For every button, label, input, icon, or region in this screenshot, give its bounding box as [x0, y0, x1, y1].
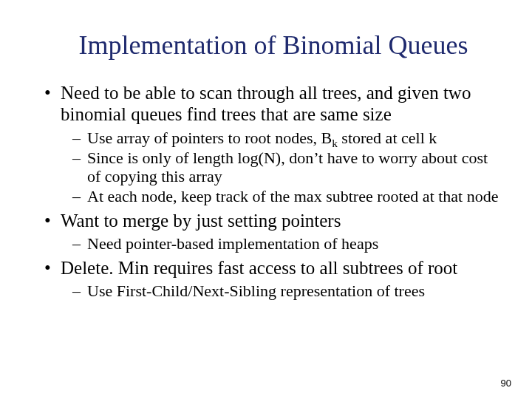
bullet-text: Need to be able to scan through all tree…: [61, 83, 471, 124]
sub-item: Use array of pointers to root nodes, Bk …: [72, 129, 502, 147]
bullet-item: Want to merge by just setting pointers N…: [44, 211, 502, 253]
sub-item: Need pointer-based implementation of hea…: [72, 234, 502, 253]
bullet-list: Need to be able to scan through all tree…: [44, 83, 502, 301]
sub-text-suffix: stored at cell k: [338, 129, 437, 147]
sub-text: At each node, keep track of the max subt…: [87, 187, 499, 205]
bullet-item: Delete. Min requires fast access to all …: [44, 258, 502, 301]
slide-title: Implementation of Binomial Queues: [44, 30, 502, 61]
sub-list: Use First-Child/Next-Sibling representat…: [61, 282, 502, 300]
sub-list: Use array of pointers to root nodes, Bk …: [61, 129, 502, 206]
sub-item: Since is only of length log(N), don’t ha…: [72, 149, 502, 186]
page-number: 90: [501, 378, 511, 389]
sub-text: Since is only of length log(N), don’t ha…: [87, 149, 488, 185]
sub-text: Use array of pointers to root nodes, B: [87, 129, 332, 147]
subscript: k: [332, 137, 338, 149]
bullet-text: Delete. Min requires fast access to all …: [61, 258, 457, 278]
sub-item: Use First-Child/Next-Sibling representat…: [72, 282, 502, 300]
bullet-text: Want to merge by just setting pointers: [61, 211, 341, 231]
slide: Implementation of Binomial Queues Need t…: [0, 0, 532, 399]
sub-list: Need pointer-based implementation of hea…: [61, 234, 502, 253]
bullet-item: Need to be able to scan through all tree…: [44, 83, 502, 206]
sub-text: Need pointer-based implementation of hea…: [87, 234, 378, 253]
sub-item: At each node, keep track of the max subt…: [72, 187, 502, 205]
sub-text: Use First-Child/Next-Sibling representat…: [87, 282, 425, 300]
